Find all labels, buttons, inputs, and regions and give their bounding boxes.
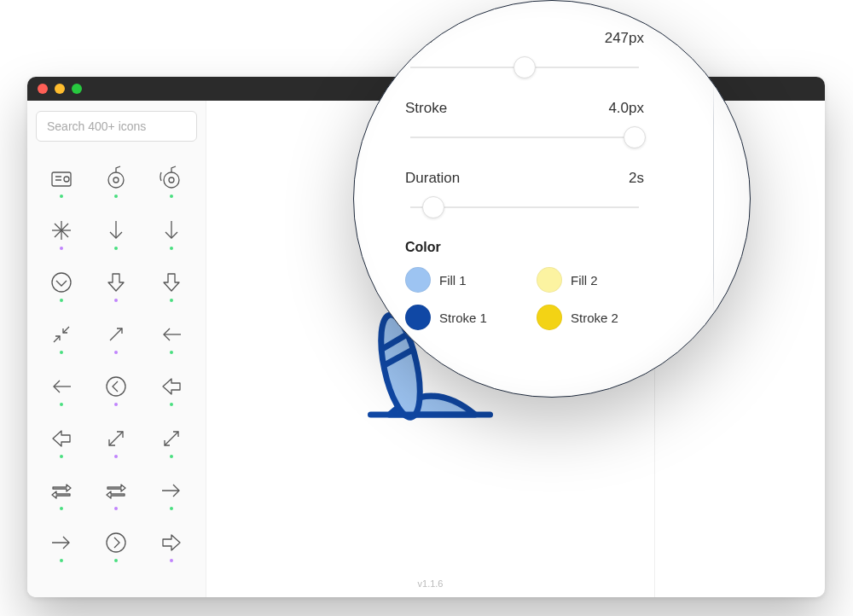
arrow-expand-diag-icon [102, 320, 131, 349]
close-window-button[interactable] [38, 84, 48, 94]
stroke-control: Stroke 4.0px [405, 100, 644, 149]
status-dot [60, 507, 63, 510]
arrow-right-icon [157, 476, 186, 505]
duration-slider-thumb[interactable] [422, 196, 444, 218]
icon-grid [36, 157, 197, 568]
search-input[interactable] [36, 111, 197, 142]
fill1-swatch [405, 267, 431, 293]
icon-item[interactable] [90, 417, 142, 464]
duration-slider[interactable] [410, 195, 639, 219]
svg-point-1 [64, 177, 69, 182]
stroke1-color-picker[interactable]: Stroke 1 [405, 305, 513, 330]
arrow-left-block-outline-icon [47, 424, 76, 453]
stroke2-color-picker[interactable]: Stroke 2 [537, 305, 644, 330]
arrow-left-long-icon [47, 372, 76, 401]
status-dot [114, 247, 118, 250]
icon-item[interactable] [146, 209, 197, 256]
svg-line-15 [54, 336, 60, 342]
svg-point-5 [113, 177, 119, 183]
svg-point-20 [107, 377, 125, 396]
status-dot [60, 351, 63, 354]
status-dot [114, 403, 118, 406]
status-dot [114, 455, 118, 458]
stroke-slider[interactable] [410, 125, 639, 149]
snowflake-icon [47, 216, 76, 245]
svg-line-16 [63, 327, 69, 333]
fill2-swatch [537, 267, 562, 293]
icon-item[interactable] [90, 313, 142, 360]
status-dot [170, 455, 173, 458]
arrow-right-long-icon [47, 528, 76, 557]
icon-item[interactable] [146, 261, 197, 308]
radio-icon [47, 164, 76, 193]
svg-rect-0 [52, 172, 71, 186]
icon-item[interactable] [146, 365, 197, 412]
icon-item[interactable] [36, 521, 87, 568]
icon-item[interactable] [36, 365, 87, 412]
icon-item[interactable] [90, 157, 142, 204]
properties-panel-zoom: Size 247px Stroke 4.0px Duration 2s [353, 0, 751, 398]
sidebar [27, 101, 206, 597]
icon-item[interactable] [36, 313, 87, 360]
icon-item[interactable] [146, 157, 197, 204]
status-dot [114, 559, 118, 562]
size-slider-thumb[interactable] [514, 56, 536, 78]
arrow-left-icon [157, 320, 186, 349]
svg-point-7 [169, 177, 174, 183]
icon-item[interactable] [90, 261, 142, 308]
size-label: Size [405, 30, 433, 47]
status-dot [60, 403, 63, 406]
duration-control: Duration 2s [405, 170, 644, 219]
icon-item[interactable] [90, 469, 142, 516]
icon-item[interactable] [146, 469, 197, 516]
color-pickers: Fill 1 Fill 2 Stroke 1 Stroke 2 [405, 267, 644, 330]
stroke1-swatch [405, 305, 431, 330]
icon-item[interactable] [146, 313, 197, 360]
status-dot [170, 403, 173, 406]
status-dot [114, 507, 118, 510]
arrow-down-icon-2 [157, 216, 186, 245]
status-dot [60, 299, 63, 302]
bell-outline-icon [102, 164, 131, 193]
svg-line-22 [165, 432, 178, 445]
icon-item[interactable] [146, 521, 197, 568]
stroke-value: 4.0px [608, 100, 644, 117]
svg-point-14 [52, 273, 71, 292]
icon-item[interactable] [36, 157, 87, 204]
icon-item[interactable] [36, 417, 87, 464]
status-dot [60, 195, 63, 198]
minimize-window-button[interactable] [55, 84, 65, 94]
chevron-right-circle-icon [102, 528, 131, 557]
status-dot [170, 299, 173, 302]
svg-line-21 [109, 432, 123, 445]
icon-item[interactable] [36, 261, 87, 308]
icon-item[interactable] [36, 469, 87, 516]
svg-point-6 [164, 172, 179, 188]
stroke-slider-thumb[interactable] [624, 126, 646, 148]
maximize-window-button[interactable] [72, 84, 82, 94]
status-dot [114, 299, 118, 302]
status-dot [170, 351, 173, 354]
color-heading: Color [405, 240, 644, 255]
icon-item[interactable] [146, 417, 197, 464]
arrow-left-block-icon [157, 372, 186, 401]
arrows-exchange-alt-icon [102, 476, 131, 505]
icon-item[interactable] [90, 521, 142, 568]
duration-label: Duration [405, 170, 460, 187]
arrow-down-icon [102, 216, 131, 245]
icon-item[interactable] [36, 209, 87, 256]
size-slider[interactable] [410, 55, 639, 79]
arrow-down-block-icon-2 [157, 268, 186, 297]
fill1-color-picker[interactable]: Fill 1 [405, 267, 513, 293]
icon-item[interactable] [90, 209, 142, 256]
fill2-color-picker[interactable]: Fill 2 [537, 267, 644, 293]
arrow-collapse-icon [47, 320, 76, 349]
size-value: 247px [605, 30, 644, 47]
bell-ring-icon [157, 164, 186, 193]
icon-item[interactable] [90, 365, 142, 412]
status-dot [170, 559, 173, 562]
status-dot [170, 247, 173, 250]
status-dot [60, 455, 63, 458]
svg-point-4 [108, 172, 124, 188]
chevron-left-circle-icon [102, 372, 131, 401]
